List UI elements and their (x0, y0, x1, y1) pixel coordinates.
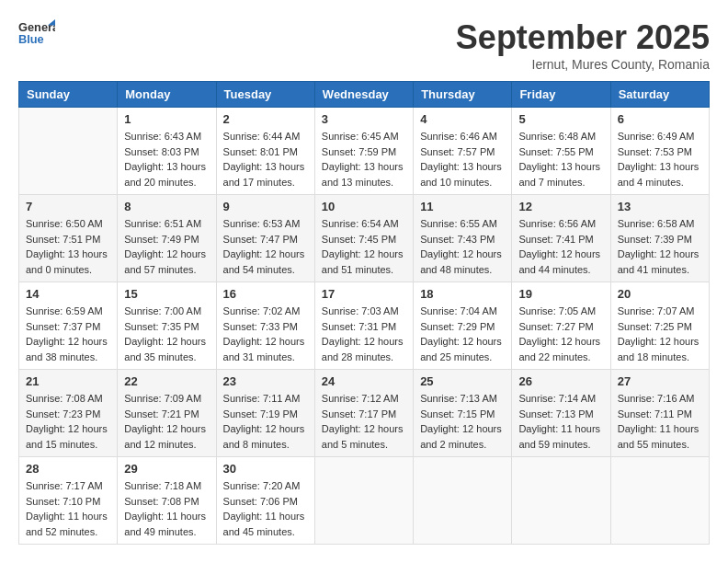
day-number: 27 (618, 374, 702, 388)
day-info: Sunrise: 6:58 AMSunset: 7:39 PMDaylight:… (618, 216, 702, 277)
calendar-day-cell: 24Sunrise: 7:12 AMSunset: 7:17 PMDayligh… (314, 370, 413, 457)
weekday-header: Wednesday (314, 82, 413, 108)
day-info: Sunrise: 7:17 AMSunset: 7:10 PMDaylight:… (26, 478, 110, 539)
day-info: Sunrise: 7:03 AMSunset: 7:31 PMDaylight:… (322, 304, 406, 364)
day-info: Sunrise: 7:00 AMSunset: 7:35 PMDaylight:… (124, 304, 209, 364)
weekday-header: Friday (512, 82, 610, 108)
day-info: Sunrise: 7:05 AMSunset: 7:27 PMDaylight:… (518, 304, 603, 364)
calendar-day-cell: 26Sunrise: 7:14 AMSunset: 7:13 PMDayligh… (512, 370, 610, 457)
weekday-header: Saturday (610, 82, 709, 108)
day-number: 8 (124, 200, 209, 213)
calendar-day-cell: 16Sunrise: 7:02 AMSunset: 7:33 PMDayligh… (216, 282, 314, 370)
day-number: 9 (223, 200, 308, 213)
svg-text:Blue: Blue (18, 32, 44, 46)
calendar-day-cell: 17Sunrise: 7:03 AMSunset: 7:31 PMDayligh… (314, 282, 413, 370)
day-number: 28 (26, 462, 110, 476)
calendar-day-cell: 11Sunrise: 6:55 AMSunset: 7:43 PMDayligh… (414, 195, 512, 282)
calendar-day-cell: 9Sunrise: 6:53 AMSunset: 7:47 PMDaylight… (216, 195, 314, 282)
day-number: 19 (518, 287, 603, 301)
calendar-day-cell: 18Sunrise: 7:04 AMSunset: 7:29 PMDayligh… (414, 282, 512, 370)
calendar-day-cell: 19Sunrise: 7:05 AMSunset: 7:27 PMDayligh… (512, 282, 610, 370)
day-info: Sunrise: 6:49 AMSunset: 7:53 PMDaylight:… (618, 129, 702, 190)
calendar-day-cell: 7Sunrise: 6:50 AMSunset: 7:51 PMDaylight… (19, 195, 118, 282)
calendar-day-cell: 5Sunrise: 6:48 AMSunset: 7:55 PMDaylight… (512, 108, 610, 195)
day-info: Sunrise: 6:54 AMSunset: 7:45 PMDaylight:… (322, 216, 406, 277)
calendar-day-cell: 23Sunrise: 7:11 AMSunset: 7:19 PMDayligh… (216, 370, 314, 457)
day-info: Sunrise: 6:53 AMSunset: 7:47 PMDaylight:… (223, 216, 308, 277)
day-info: Sunrise: 7:18 AMSunset: 7:08 PMDaylight:… (124, 478, 209, 539)
day-number: 17 (322, 287, 406, 301)
day-info: Sunrise: 6:44 AMSunset: 8:01 PMDaylight:… (223, 129, 308, 190)
calendar-table: SundayMondayTuesdayWednesdayThursdayFrid… (18, 81, 710, 545)
day-number: 16 (223, 287, 308, 301)
day-number: 23 (223, 374, 308, 388)
day-info: Sunrise: 7:13 AMSunset: 7:15 PMDaylight:… (420, 391, 505, 452)
day-number: 11 (420, 200, 505, 213)
calendar-week-row: 28Sunrise: 7:17 AMSunset: 7:10 PMDayligh… (19, 457, 710, 545)
day-number: 30 (223, 462, 308, 476)
calendar-day-cell: 15Sunrise: 7:00 AMSunset: 7:35 PMDayligh… (118, 282, 216, 370)
day-info: Sunrise: 6:55 AMSunset: 7:43 PMDaylight:… (420, 216, 505, 277)
calendar-day-cell: 4Sunrise: 6:46 AMSunset: 7:57 PMDaylight… (414, 108, 512, 195)
location: Iernut, Mures County, Romania (456, 57, 710, 72)
calendar-day-cell: 28Sunrise: 7:17 AMSunset: 7:10 PMDayligh… (19, 457, 118, 545)
month-title: September 2025 (456, 18, 710, 57)
calendar-day-cell (414, 457, 512, 545)
day-info: Sunrise: 6:51 AMSunset: 7:49 PMDaylight:… (124, 216, 209, 277)
calendar-day-cell: 12Sunrise: 6:56 AMSunset: 7:41 PMDayligh… (512, 195, 610, 282)
calendar-day-cell: 29Sunrise: 7:18 AMSunset: 7:08 PMDayligh… (118, 457, 216, 545)
title-section: September 2025 Iernut, Mures County, Rom… (456, 18, 710, 72)
day-number: 18 (420, 287, 505, 301)
day-number: 29 (124, 462, 209, 476)
weekday-header: Monday (118, 82, 216, 108)
calendar-day-cell: 27Sunrise: 7:16 AMSunset: 7:11 PMDayligh… (610, 370, 709, 457)
calendar-day-cell: 2Sunrise: 6:44 AMSunset: 8:01 PMDaylight… (216, 108, 314, 195)
weekday-header: Sunday (19, 82, 118, 108)
page-header: General Blue September 2025 Iernut, Mure… (18, 18, 710, 72)
day-info: Sunrise: 7:20 AMSunset: 7:06 PMDaylight:… (223, 478, 308, 539)
calendar-day-cell (19, 108, 118, 195)
calendar-day-cell (512, 457, 610, 545)
day-info: Sunrise: 7:12 AMSunset: 7:17 PMDaylight:… (322, 391, 406, 452)
day-info: Sunrise: 7:08 AMSunset: 7:23 PMDaylight:… (26, 391, 110, 452)
logo-icon: General Blue (18, 18, 55, 46)
day-info: Sunrise: 7:04 AMSunset: 7:29 PMDaylight:… (420, 304, 505, 364)
calendar-day-cell: 21Sunrise: 7:08 AMSunset: 7:23 PMDayligh… (19, 370, 118, 457)
calendar-day-cell: 14Sunrise: 6:59 AMSunset: 7:37 PMDayligh… (19, 282, 118, 370)
calendar-day-cell: 10Sunrise: 6:54 AMSunset: 7:45 PMDayligh… (314, 195, 413, 282)
day-info: Sunrise: 7:11 AMSunset: 7:19 PMDaylight:… (223, 391, 308, 452)
calendar-week-row: 1Sunrise: 6:43 AMSunset: 8:03 PMDaylight… (19, 108, 710, 195)
day-number: 22 (124, 374, 209, 388)
day-number: 25 (420, 374, 505, 388)
day-info: Sunrise: 6:59 AMSunset: 7:37 PMDaylight:… (26, 304, 110, 364)
day-info: Sunrise: 6:50 AMSunset: 7:51 PMDaylight:… (26, 216, 110, 277)
calendar-day-cell: 25Sunrise: 7:13 AMSunset: 7:15 PMDayligh… (414, 370, 512, 457)
day-info: Sunrise: 7:09 AMSunset: 7:21 PMDaylight:… (124, 391, 209, 452)
day-number: 3 (322, 112, 406, 126)
day-info: Sunrise: 6:43 AMSunset: 8:03 PMDaylight:… (124, 129, 209, 190)
calendar-day-cell: 13Sunrise: 6:58 AMSunset: 7:39 PMDayligh… (610, 195, 709, 282)
logo: General Blue (18, 18, 55, 46)
day-number: 4 (420, 112, 505, 126)
calendar-day-cell: 20Sunrise: 7:07 AMSunset: 7:25 PMDayligh… (610, 282, 709, 370)
calendar-week-row: 14Sunrise: 6:59 AMSunset: 7:37 PMDayligh… (19, 282, 710, 370)
calendar-day-cell: 3Sunrise: 6:45 AMSunset: 7:59 PMDaylight… (314, 108, 413, 195)
day-number: 14 (26, 287, 110, 301)
day-number: 21 (26, 374, 110, 388)
calendar-day-cell (314, 457, 413, 545)
day-number: 6 (618, 112, 702, 126)
calendar-week-row: 21Sunrise: 7:08 AMSunset: 7:23 PMDayligh… (19, 370, 710, 457)
calendar-day-cell: 30Sunrise: 7:20 AMSunset: 7:06 PMDayligh… (216, 457, 314, 545)
calendar-day-cell: 22Sunrise: 7:09 AMSunset: 7:21 PMDayligh… (118, 370, 216, 457)
day-number: 2 (223, 112, 308, 126)
day-info: Sunrise: 6:46 AMSunset: 7:57 PMDaylight:… (420, 129, 505, 190)
weekday-header-row: SundayMondayTuesdayWednesdayThursdayFrid… (19, 82, 710, 108)
day-number: 26 (518, 374, 603, 388)
day-number: 5 (518, 112, 603, 126)
day-number: 12 (518, 200, 603, 213)
day-info: Sunrise: 7:16 AMSunset: 7:11 PMDaylight:… (618, 391, 702, 452)
day-info: Sunrise: 6:48 AMSunset: 7:55 PMDaylight:… (518, 129, 603, 190)
day-info: Sunrise: 6:45 AMSunset: 7:59 PMDaylight:… (322, 129, 406, 190)
calendar-day-cell: 6Sunrise: 6:49 AMSunset: 7:53 PMDaylight… (610, 108, 709, 195)
day-info: Sunrise: 7:14 AMSunset: 7:13 PMDaylight:… (518, 391, 603, 452)
